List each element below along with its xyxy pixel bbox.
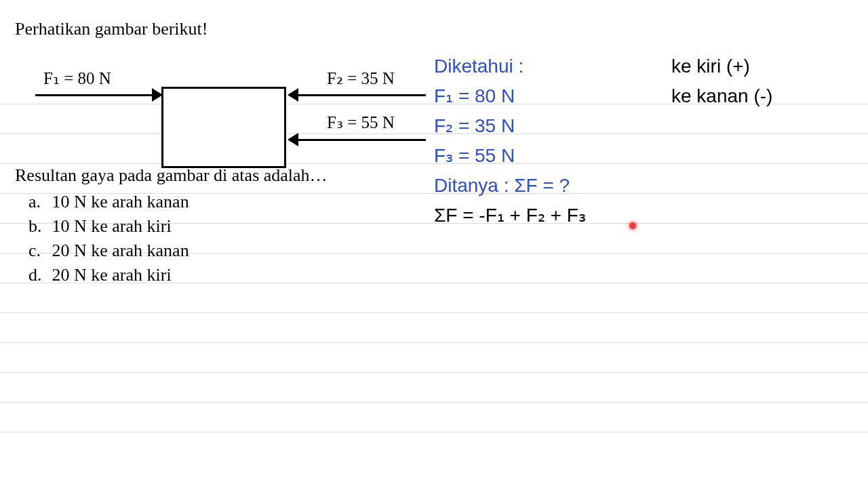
f2-label: F₂ = 35 N: [327, 68, 395, 88]
option-letter: d.: [28, 263, 47, 287]
f3-arrow-line: [298, 139, 426, 141]
force-diagram: F₁ = 80 N F₂ = 35 N F₃ = 55 N: [35, 70, 429, 179]
f3-label: F₃ = 55 N: [327, 113, 395, 132]
solution-block: Diketahui : F₁ = 80 N F₂ = 35 N F₃ = 55 …: [434, 52, 665, 230]
problem-title: Perhatikan gambar berikut!: [15, 19, 415, 39]
option-letter: c.: [28, 239, 47, 263]
given-header: Diketahui :: [434, 52, 665, 81]
given-f1: F₁ = 80 N: [434, 81, 665, 111]
option-d: d. 20 N ke arah kiri: [28, 263, 415, 287]
option-c: c. 20 N ke arah kanan: [28, 239, 415, 263]
laser-pointer-icon: [629, 222, 636, 229]
f1-arrow-line: [35, 94, 152, 96]
option-letter: a.: [28, 190, 47, 214]
problem-block: Perhatikan gambar berikut! F₁ = 80 N F₂ …: [15, 19, 415, 287]
given-f3: F₃ = 55 N: [434, 141, 665, 171]
options-list: a. 10 N ke arah kanan b. 10 N ke arah ki…: [28, 190, 415, 287]
option-text: 20 N ke arah kiri: [52, 265, 172, 285]
option-a: a. 10 N ke arah kanan: [28, 190, 415, 214]
sign-left: ke kiri (+): [671, 52, 834, 81]
f2-arrow-line: [298, 94, 426, 96]
option-text: 10 N ke arah kiri: [52, 216, 172, 236]
sign-right: ke kanan (-): [671, 81, 834, 111]
option-b: b. 10 N ke arah kiri: [28, 214, 415, 239]
f1-label: F₁ = 80 N: [43, 68, 111, 88]
f3-arrow-head-icon: [288, 133, 298, 146]
option-letter: b.: [28, 214, 47, 239]
option-text: 10 N ke arah kanan: [52, 192, 189, 211]
given-f2: F₂ = 35 N: [434, 111, 665, 141]
asked: Ditanya : ΣF = ?: [434, 171, 665, 201]
sign-convention-block: ke kiri (+) ke kanan (-): [671, 52, 834, 111]
diagram-box: [161, 87, 286, 168]
f2-arrow-head-icon: [288, 88, 298, 102]
option-text: 20 N ke arah kanan: [52, 241, 189, 260]
